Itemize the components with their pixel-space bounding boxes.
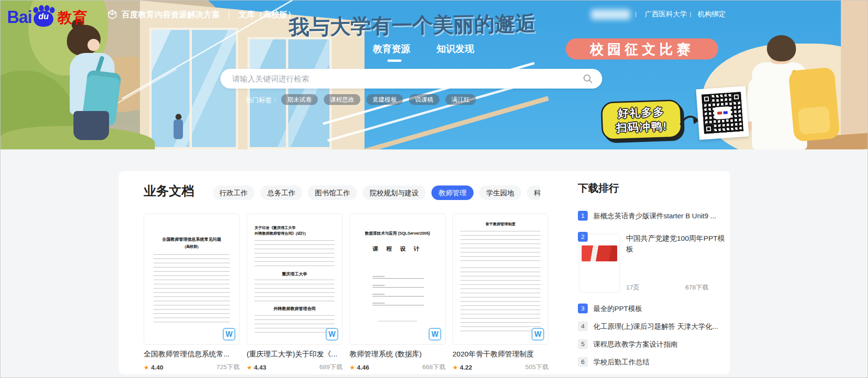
star-icon: ★: [247, 364, 252, 371]
doc-preview-heading: 全国教师管理信息系统常见问题: [149, 237, 234, 243]
doc-thumbnail: 骨干教师管理制度 W: [452, 214, 548, 345]
ranking-item-title: 课程思政教学方案设计指南: [593, 339, 678, 349]
qr-finder: [731, 92, 741, 102]
ranking-item-title: 最全的PPT模板: [593, 304, 642, 313]
doc-preview-heading: 骨干教师管理制度: [458, 222, 543, 227]
ranking-item-title: 新概念英语青少版课件starter B Unit9 ...: [593, 211, 716, 221]
ranking-item-thumbnail: [579, 234, 620, 293]
doc-meta: ★ 4.40 725下载: [144, 363, 240, 371]
doc-preview-form: [372, 274, 424, 310]
category-tab[interactable]: 学生园地: [479, 185, 521, 200]
doc-downloads: 668下载: [422, 363, 445, 371]
illustration-girl-face: [88, 39, 100, 51]
search-bar: [220, 69, 602, 89]
contest-banner[interactable]: 校园征文比赛: [566, 38, 718, 59]
star-icon: ★: [350, 364, 355, 371]
hot-tags-label: 热门标签：: [246, 96, 278, 104]
page-background-strip: [0, 374, 868, 378]
illustration-window: [149, 28, 238, 149]
ranking-item[interactable]: 4 化工原理(上)课后习题解答 天津大学化...: [578, 321, 728, 331]
download-ranking-title: 下载排行: [578, 181, 619, 195]
hot-tag[interactable]: 满江红: [445, 94, 476, 105]
username-redacted[interactable]: [591, 9, 630, 20]
promo-box[interactable]: 好礼多多 扫码冲鸭!: [601, 99, 683, 141]
category-tab[interactable]: 总务工作: [260, 185, 302, 200]
doc-rating: 4.22: [460, 364, 472, 371]
doc-card[interactable]: 数据库技术与应用 (SQLServer2005) 课 程 设 计 W 教师管理系…: [350, 214, 445, 371]
ranking-item-title: 学校后勤工作总结: [593, 357, 649, 367]
hot-tag[interactable]: 说课稿: [409, 94, 439, 105]
doc-preview-lines: [460, 231, 540, 264]
doc-thumbnail: 数据库技术与应用 (SQLServer2005) 课 程 设 计 W: [350, 214, 445, 345]
org-bind-link[interactable]: 机构绑定: [698, 10, 726, 19]
doc-downloads: 505下载: [525, 363, 548, 371]
word-file-icon: W: [326, 328, 338, 341]
hot-tag[interactable]: 期末试卷: [281, 94, 318, 105]
search-input[interactable]: [220, 69, 602, 89]
ranking-item-pages: 17页: [626, 283, 640, 292]
word-file-icon: W: [429, 328, 441, 341]
doc-preview-subheading: (高校群): [149, 244, 234, 249]
illustration-window-frame: [286, 37, 288, 149]
baidu-edu-logo[interactable]: Bai du 教育: [7, 5, 88, 27]
doc-title: (重庆理工大学)关于印发《...: [247, 349, 343, 359]
category-tab-active[interactable]: 教师管理: [431, 185, 474, 200]
hot-tag[interactable]: 党建模板: [366, 94, 403, 105]
category-tab[interactable]: 图书馆工作: [308, 185, 357, 200]
solution-divider: 丨: [224, 9, 234, 20]
rank-badge: 5: [578, 339, 588, 349]
ranking-item[interactable]: 1 新概念英语青少版课件starter B Unit9 ...: [578, 211, 728, 221]
ranking-item-downloads: 678下载: [685, 283, 708, 292]
star-icon: ★: [452, 364, 458, 371]
doc-preview-footer: 外聘教师教师管理合同: [252, 306, 337, 312]
word-file-icon: W: [223, 328, 235, 341]
doc-preview-date-line: [378, 321, 417, 323]
hot-tag[interactable]: 课程思政: [324, 94, 360, 105]
logo-edu-text: 教育: [58, 9, 88, 27]
doc-meta: ★ 4.46 668下载: [350, 363, 445, 371]
doc-preview-lines: [255, 280, 335, 301]
ranking-item-expanded[interactable]: 2 中国共产党建党100周年PPT模板 17页 678下载: [578, 231, 728, 293]
doc-rating: 4.43: [254, 364, 266, 371]
tab-education-resources[interactable]: 教育资源: [373, 43, 410, 55]
ranking-item[interactable]: 6 学校后勤工作总结: [578, 357, 728, 367]
illustration-small-person-body: [174, 119, 183, 139]
word-file-icon: W: [532, 328, 544, 341]
solution-link[interactable]: 百度教育内容资源解决方案 丨 文库（高校版）: [107, 9, 296, 20]
category-tab[interactable]: 科研工作: [527, 185, 540, 200]
doc-preview-lines: [460, 267, 540, 297]
illustration-girl-skirt: [73, 111, 109, 140]
category-tab[interactable]: 院校规划与建设: [363, 185, 426, 200]
logo-bai-text: Bai: [7, 8, 32, 27]
search-icon[interactable]: [582, 73, 593, 84]
hero-slogan: 我与大学有一个美丽的邂逅: [289, 9, 536, 41]
promo-line2: 扫码冲鸭!: [616, 119, 668, 135]
content-card: 业务文档 党务工作 行政工作 总务工作 图书馆工作 院校规划与建设 教师管理 学…: [119, 171, 730, 374]
ranking-item[interactable]: 3 最全的PPT模板: [578, 304, 728, 313]
promo-line1: 好礼多多: [618, 104, 665, 120]
ranking-item-title: 化工原理(上)课后习题解答 天津大学化...: [593, 321, 718, 331]
doc-preview-subheading: 外聘教师教师管理合同》(试行): [255, 231, 335, 236]
solution-text: 百度教育内容资源解决方案: [122, 9, 220, 20]
doc-card[interactable]: 骨干教师管理制度 W 2020年骨干教师管理制度 ★ 4.22 505下载: [452, 214, 548, 371]
doc-card[interactable]: 关于印发《重庆理工大学 外聘教师教师管理合同》(试行) 重庆理工大学 外聘教师教…: [247, 214, 343, 371]
hot-tags: 期末试卷 课程思政 党建模板 说课稿 满江红: [281, 94, 476, 105]
doc-preview-lines: [153, 254, 230, 326]
cube-icon: [107, 9, 117, 20]
category-tabs: 党务工作 行政工作 总务工作 图书馆工作 院校规划与建设 教师管理 学生园地 科…: [194, 185, 540, 201]
qr-finder: [704, 124, 714, 133]
illustration-boy-hair: [767, 35, 796, 61]
ranking-item[interactable]: 5 课程思政教学方案设计指南: [578, 339, 728, 349]
baidu-paw-icon: du: [32, 5, 55, 27]
ranking-item-title: 中国共产党建党100周年PPT模板: [626, 233, 727, 254]
page: Bai du 教育 百度教育内容资源解决方案 丨 文库（高校版） | 广西医科大…: [0, 0, 868, 378]
doc-card[interactable]: 全国教师管理信息系统常见问题 (高校群) W 全国教师管理信息系统常... ★ …: [144, 214, 240, 371]
ranking-item-meta: 17页 678下载: [626, 283, 708, 292]
rank-badge: 2: [578, 232, 588, 242]
tab-knowledge-discovery[interactable]: 知识发现: [437, 43, 474, 55]
university-link[interactable]: 广西医科大学: [645, 10, 687, 19]
doc-meta: ★ 4.43 689下载: [247, 363, 343, 371]
section-title: 业务文档: [144, 183, 197, 200]
doc-downloads: 689下载: [319, 363, 343, 371]
rank-badge: 6: [578, 357, 588, 367]
